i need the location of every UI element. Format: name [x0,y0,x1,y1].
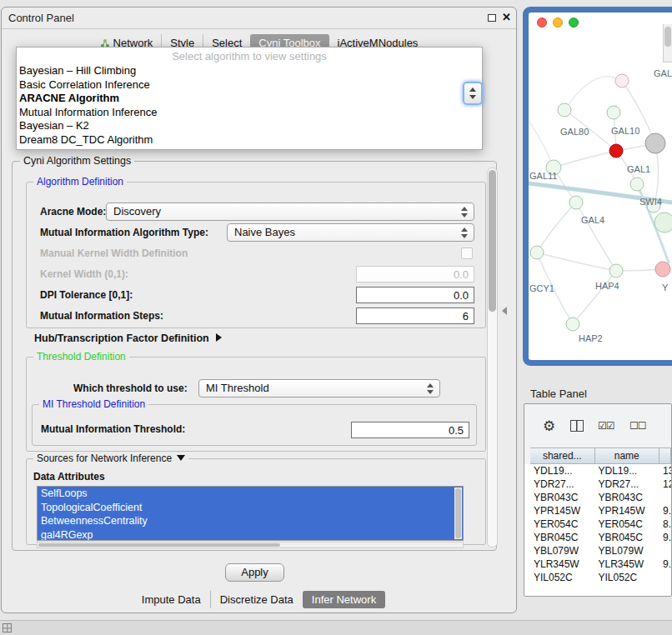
column-header-shared-name[interactable]: shared... [530,448,595,464]
collapse-down-icon [177,455,185,461]
unselected-checkboxes-icon[interactable]: ☐☐ [629,420,646,432]
panel-grid-icon[interactable] [3,623,12,632]
network-edge[interactable] [564,77,622,110]
splitter-collapse-handle[interactable] [502,307,507,315]
network-canvas-svg[interactable]: GAL80GAL10GAL11GAL1SWI4GAL4GCY1HAP4HAP2G… [529,12,672,360]
hub-section-label: Hub/Transcription Factor Definition [34,332,209,344]
network-edge[interactable] [576,202,616,271]
network-edge[interactable] [529,121,554,168]
data-attributes-list[interactable]: SelfLoops TopologicalCoefficient Between… [37,486,464,541]
algorithm-option[interactable]: Bayesian – Hill Climbing [17,64,482,78]
algorithm-option[interactable]: Mutual Information Inference [17,106,482,120]
table-row[interactable]: YBL079WYBL079W [530,544,671,558]
network-edge[interactable] [537,252,616,271]
zoom-traffic-light-icon[interactable] [569,18,579,28]
table-cell: YIL052C [595,571,660,584]
network-node[interactable] [558,103,571,117]
network-node[interactable] [607,106,620,119]
close-traffic-light-icon[interactable] [537,18,547,28]
algorithm-option-selected[interactable]: ARACNE Algorithm [17,92,482,106]
table-cell [659,544,671,558]
table-cell [659,571,671,584]
manual-kernel-width-checkbox[interactable] [461,248,473,259]
float-window-icon[interactable] [488,14,496,22]
network-edge[interactable] [537,202,576,252]
network-node[interactable] [530,246,544,259]
which-threshold-label: Which threshold to use: [73,379,188,398]
list-item-attribute[interactable]: SelfLoops [38,487,463,501]
network-node[interactable] [655,262,670,277]
network-node[interactable] [615,74,629,88]
scrollbar-thumb[interactable] [38,543,280,547]
sources-group-title[interactable]: Sources for Network Inference [33,452,188,464]
network-node[interactable] [654,212,672,232]
table-panel-toolbar: ⚙ ☑☑ ☐☐ [524,404,671,448]
algorithm-option[interactable]: Dream8 DC_TDC Algorithm [17,133,482,148]
chevron-down-icon [469,95,476,99]
network-edge[interactable] [573,271,616,324]
table-row[interactable]: YIL052CYIL052C [530,571,671,584]
aracne-mode-select[interactable]: Discovery [106,202,474,221]
scrollbar-thumb[interactable] [664,27,671,47]
kernel-width-field[interactable]: 0.0 [356,266,474,282]
table-cell: YDR27... [595,478,660,491]
table-row[interactable]: YDR27...YDR27...12 [530,478,671,491]
list-item-attribute[interactable]: TopologicalCoefficient [38,501,463,515]
which-threshold-value: MI Threshold [206,380,269,397]
network-node[interactable] [609,144,623,158]
algorithm-option[interactable]: Basic Correlation Inference [17,78,482,92]
mi-type-label: Mutual Information Algorithm Type: [40,223,208,242]
network-vertical-scrollbar[interactable] [663,24,672,62]
table-row[interactable]: YBR043CYBR043C [530,491,671,504]
mi-steps-field[interactable]: 6 [356,308,474,324]
network-node[interactable] [630,178,644,191]
dpi-tolerance-field[interactable]: 0.0 [356,287,474,303]
table-row[interactable]: YER054CYER054C8. [530,518,671,531]
selected-checkboxes-icon[interactable]: ☑☑ [598,420,614,432]
attribute-list-horizontal-scrollbar[interactable] [37,542,464,548]
apply-button[interactable]: Apply [225,563,284,582]
columns-icon[interactable] [570,420,584,432]
tab-impute-data[interactable]: Impute Data [133,591,210,608]
mi-threshold-field[interactable]: 0.5 [351,422,469,438]
network-node-label: GAL1 [627,164,650,174]
table-cell [659,491,671,504]
network-node[interactable] [645,133,665,153]
table-row[interactable]: YDL19...YDL19...13 [530,464,671,478]
list-item-attribute[interactable]: gal4RGexp [38,528,463,542]
kernel-width-label: Kernel Width (0,1): [40,265,128,283]
network-canvas[interactable]: GAL80GAL10GAL11GAL1SWI4GAL4GCY1HAP4HAP2G… [529,12,672,360]
hub-transcription-factor-section[interactable]: Hub/Transcription Factor Definition [34,330,222,347]
status-bar [0,620,672,635]
minimize-traffic-light-icon[interactable] [553,18,563,28]
tab-discretize-data[interactable]: Discretize Data [210,591,303,608]
gear-icon[interactable]: ⚙ [543,419,555,433]
network-node[interactable] [569,196,583,209]
settings-vertical-scrollbar[interactable] [487,168,498,548]
column-header-name[interactable]: name [595,448,660,464]
column-header-partial[interactable] [659,448,671,464]
table-row[interactable]: YPR145WYPR145W9. [530,504,671,518]
list-item-attribute[interactable]: BetweennessCentrality [38,514,463,528]
algorithm-combo-arrow-button[interactable] [463,82,483,105]
scrollbar-thumb[interactable] [489,170,496,312]
network-node-label: GAL4 [581,215,604,225]
tab-infer-network[interactable]: Infer Network [303,591,385,608]
algorithm-option[interactable]: Bayesian – K2 [17,119,482,133]
table-cell: YBR043C [530,491,595,504]
network-node[interactable] [609,264,623,278]
mi-threshold-label: Mutual Information Threshold: [41,420,185,438]
table-row[interactable]: YLR345WYLR345W9. [530,558,671,571]
table-cell: YER054C [595,518,660,531]
table-row[interactable]: YBR045CYBR045C9. [530,531,671,544]
control-panel-titlebar[interactable]: Control Panel ✕ [2,8,516,29]
network-node[interactable] [566,318,579,331]
network-edge[interactable] [554,151,616,168]
mi-algorithm-type-select[interactable]: Naive Bayes [227,223,474,242]
which-threshold-select[interactable]: MI Threshold [198,379,440,398]
table-cell: YBR043C [595,491,660,504]
scrollbar-thumb[interactable] [455,488,461,538]
attribute-list-vertical-scrollbar[interactable] [454,488,462,539]
table-cell: 12 [659,478,671,491]
close-window-icon[interactable]: ✕ [502,11,511,23]
